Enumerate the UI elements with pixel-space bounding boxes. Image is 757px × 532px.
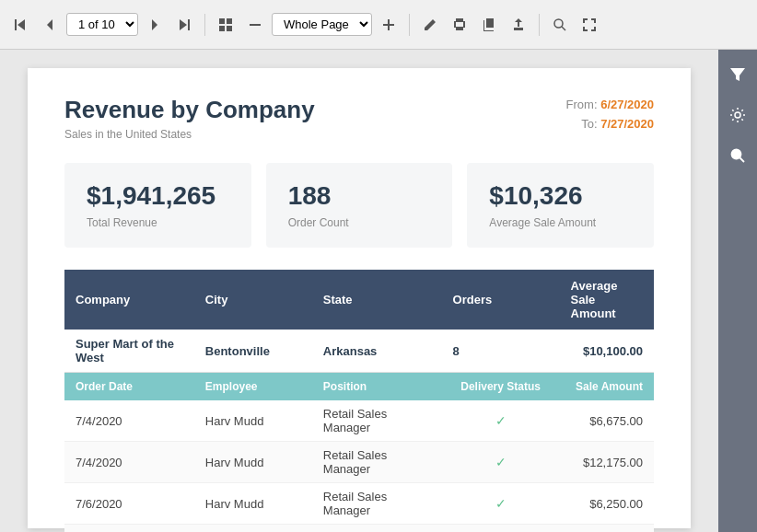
edit-button[interactable] [417, 14, 443, 36]
table-row: 7/4/2020 Harv Mudd Retail Sales Manager … [64, 442, 654, 483]
main-area: Revenue by Company Sales in the United S… [0, 50, 718, 532]
sub-col-date-header: Order Date [64, 373, 194, 401]
next-page-button[interactable] [142, 14, 168, 36]
total-revenue-value: $1,941,265 [87, 181, 229, 211]
separator-1 [204, 14, 205, 36]
order-count-value: 188 [288, 181, 431, 211]
col-company-header: Company [64, 270, 194, 330]
group-avg-sale: $10,100.00 [560, 330, 654, 373]
right-sidebar [718, 50, 757, 532]
svg-point-3 [732, 150, 741, 159]
detail-date: 7/4/2020 [64, 442, 194, 483]
first-page-button[interactable] [7, 14, 33, 36]
group-company: Super Mart of the West [64, 330, 194, 373]
sub-col-sale-header: Sale Amount [560, 373, 654, 401]
print-button[interactable] [447, 14, 472, 36]
col-city-header: City [194, 270, 312, 330]
check-icon: ✓ [495, 455, 507, 469]
detail-delivery: ✓ [442, 525, 560, 533]
date-to-label: To: [581, 117, 597, 131]
date-range: From: 6/27/2020 To: 7/27/2020 [566, 96, 654, 134]
total-revenue-label: Total Revenue [87, 216, 229, 229]
table-row: 7/4/2020 Harv Mudd Retail Sales Manager … [64, 400, 654, 442]
report-title-block: Revenue by Company Sales in the United S… [64, 96, 315, 141]
summary-cards: $1,941,265 Total Revenue 188 Order Count… [64, 163, 654, 248]
detail-amount: $6,250.00 [560, 483, 654, 525]
filter-sidebar-button[interactable] [722, 59, 753, 90]
svg-point-2 [735, 112, 740, 118]
date-from-label: From: [566, 98, 598, 111]
detail-position: Retail Sales Manager [312, 483, 442, 525]
detail-amount: $12,175.00 [560, 442, 654, 483]
date-from-value: 6/27/2020 [600, 98, 654, 111]
detail-position: Retail Sales Manager [312, 442, 442, 483]
svg-line-4 [740, 158, 745, 163]
avg-sale-card: $10,326 Average Sale Amount [467, 163, 654, 248]
avg-sale-value: $10,326 [489, 181, 632, 211]
plus-button[interactable] [376, 14, 402, 36]
separator-3 [539, 14, 540, 36]
detail-employee: Harv Mudd [194, 525, 312, 533]
table-body: Super Mart of the West Bentonville Arkan… [64, 330, 654, 532]
detail-position: Retail Sales Manager [312, 525, 442, 533]
search-sidebar-button[interactable] [722, 140, 753, 171]
col-state-header: State [312, 270, 442, 330]
detail-position: Retail Sales Manager [312, 400, 442, 442]
report-page: Revenue by Company Sales in the United S… [28, 68, 691, 528]
page-selector[interactable]: 1 of 10 [66, 13, 138, 36]
detail-employee: Harv Mudd [194, 400, 312, 442]
detail-delivery: ✓ [442, 400, 560, 442]
detail-employee: Harv Mudd [194, 442, 312, 483]
export-button[interactable] [506, 14, 531, 36]
search-toolbar-button[interactable] [547, 14, 573, 36]
table-row: Super Mart of the West Bentonville Arkan… [64, 330, 654, 373]
report-header: Revenue by Company Sales in the United S… [64, 96, 654, 141]
zoom-selector[interactable]: Whole Page 50% 75% 100% 125% 150% 200% [272, 13, 372, 36]
svg-line-1 [562, 27, 565, 30]
report-title: Revenue by Company [64, 96, 315, 124]
col-orders-header: Orders [442, 270, 560, 330]
toolbar: 1 of 10 Whole Page 50% 75% 100% 125% 150… [0, 0, 757, 50]
avg-sale-label: Average Sale Amount [489, 216, 632, 229]
date-from: From: 6/27/2020 [566, 96, 654, 115]
grid-view-button[interactable] [213, 14, 239, 36]
main-table: Company City State Orders Average Sale A… [64, 270, 654, 532]
detail-employee: Harv Mudd [194, 483, 312, 525]
table-header: Company City State Orders Average Sale A… [64, 270, 654, 330]
sub-table-header-row: Order Date Employee Position Delivery St… [64, 373, 654, 401]
order-count-label: Order Count [288, 216, 431, 229]
sub-col-position-header: Position [312, 373, 442, 401]
detail-amount: $6,675.00 [560, 400, 654, 442]
col-avg-sale-header: Average Sale Amount [560, 270, 654, 330]
date-to-value: 7/27/2020 [600, 117, 654, 131]
sub-col-employee-header: Employee [194, 373, 312, 401]
group-state: Arkansas [312, 330, 442, 373]
separator-2 [409, 14, 410, 36]
detail-date: 7/11/2020 [64, 525, 194, 533]
prev-page-button[interactable] [37, 14, 63, 36]
minus-button[interactable] [242, 14, 268, 36]
settings-sidebar-button[interactable] [722, 99, 753, 131]
fullscreen-button[interactable] [576, 14, 602, 36]
table-row: 7/6/2020 Harv Mudd Retail Sales Manager … [64, 483, 654, 525]
order-count-card: 188 Order Count [266, 163, 453, 248]
table-row: 7/11/2020 Harv Mudd Retail Sales Manager… [64, 525, 654, 533]
last-page-button[interactable] [171, 14, 197, 36]
report-subtitle: Sales in the United States [64, 128, 315, 141]
detail-date: 7/4/2020 [64, 400, 194, 442]
sub-col-delivery-header: Delivery Status [442, 373, 560, 401]
group-orders: 8 [442, 330, 560, 373]
detail-delivery: ✓ [442, 483, 560, 525]
detail-amount: $13,750.00 [560, 525, 654, 533]
detail-delivery: ✓ [442, 442, 560, 483]
date-to: To: 7/27/2020 [566, 115, 654, 134]
check-icon: ✓ [495, 413, 507, 428]
check-icon: ✓ [495, 496, 507, 511]
total-revenue-card: $1,941,265 Total Revenue [64, 163, 251, 248]
detail-date: 7/6/2020 [64, 483, 194, 525]
copy-button[interactable] [476, 14, 502, 36]
group-city: Bentonville [194, 330, 312, 373]
svg-point-0 [554, 19, 563, 28]
